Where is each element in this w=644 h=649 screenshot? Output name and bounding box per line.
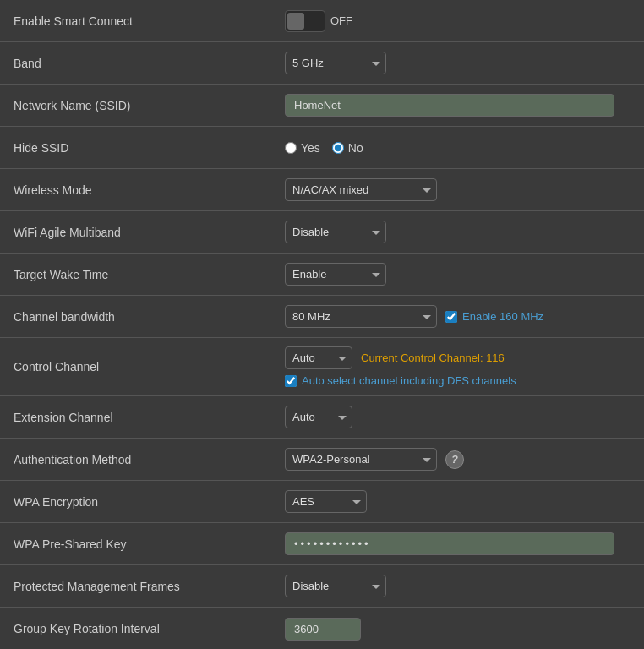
wireless-mode-label: Wireless Mode xyxy=(0,173,273,207)
enable-160-checkbox-label[interactable]: Enable 160 MHz xyxy=(445,310,543,323)
control-channel-inner: Auto 36 40 44 48 52 56 60 64 100 104 108… xyxy=(285,346,505,369)
toggle-track xyxy=(285,10,325,32)
hide-ssid-yes-radio[interactable] xyxy=(285,142,297,154)
channel-bandwidth-label: Channel bandwidth xyxy=(0,300,273,334)
control-channel-control: Auto 36 40 44 48 52 56 60 64 100 104 108… xyxy=(273,338,644,395)
auto-select-dfs-label[interactable]: Auto select channel including DFS channe… xyxy=(285,374,516,387)
hide-ssid-yes-label[interactable]: Yes xyxy=(285,141,320,155)
target-wake-time-row: Target Wake Time Enable Disable xyxy=(0,254,644,296)
target-wake-time-label: Target Wake Time xyxy=(0,258,273,292)
protected-management-frames-label: Protected Management Frames xyxy=(0,570,273,603)
network-name-row: Network Name (SSID) xyxy=(0,85,644,127)
hide-ssid-label: Hide SSID xyxy=(0,131,273,165)
enable-smart-connect-label: Enable Smart Connect xyxy=(0,4,273,38)
auto-select-dfs-text: Auto select channel including DFS channe… xyxy=(302,374,516,387)
wifi-agile-multiband-control: Disable Enable xyxy=(273,212,644,252)
group-key-rotation-interval-row: Group Key Rotation Interval xyxy=(0,608,644,649)
target-wake-time-select[interactable]: Enable Disable xyxy=(285,263,386,286)
authentication-method-control: WPA2-Personal Open WPA-Personal WPA3-Per… xyxy=(273,439,644,479)
wpa-preshared-key-control xyxy=(273,524,644,564)
enable-160-checkbox[interactable] xyxy=(445,311,457,323)
enable-smart-connect-row: Enable Smart Connect OFF xyxy=(0,0,644,42)
wifi-agile-multiband-row: WiFi Agile Multiband Disable Enable xyxy=(0,211,644,254)
group-key-rotation-interval-input[interactable] xyxy=(285,618,361,641)
wifi-agile-multiband-select[interactable]: Disable Enable xyxy=(285,221,386,243)
network-name-control xyxy=(273,85,644,125)
control-channel-label: Control Channel xyxy=(0,350,273,384)
hide-ssid-no-label[interactable]: No xyxy=(332,141,363,155)
authentication-method-label: Authentication Method xyxy=(0,443,273,477)
network-name-label: Network Name (SSID) xyxy=(0,89,273,123)
wpa-preshared-key-row: WPA Pre-Shared Key xyxy=(0,523,644,565)
wireless-mode-control: N/AC/AX mixed Auto N only AC only xyxy=(273,170,644,210)
wpa-encryption-control: AES TKIP TKIP+AES xyxy=(273,482,644,521)
hide-ssid-no-text: No xyxy=(348,141,363,155)
group-key-rotation-interval-control xyxy=(273,609,644,649)
wpa-encryption-select[interactable]: AES TKIP TKIP+AES xyxy=(285,490,367,513)
extension-channel-control: Auto Above Below xyxy=(273,397,644,437)
toggle-knob xyxy=(287,13,304,30)
extension-channel-select[interactable]: Auto Above Below xyxy=(285,406,352,428)
band-label: Band xyxy=(0,46,273,80)
band-row: Band 5 GHz 2.4 GHz 6 GHz xyxy=(0,42,644,85)
wpa-encryption-row: WPA Encryption AES TKIP TKIP+AES xyxy=(0,481,644,523)
hide-ssid-row: Hide SSID Yes No xyxy=(0,127,644,169)
extension-channel-label: Extension Channel xyxy=(0,401,273,434)
hide-ssid-control: Yes No xyxy=(273,133,644,163)
smart-connect-toggle[interactable]: OFF xyxy=(285,10,352,32)
target-wake-time-control: Enable Disable xyxy=(273,254,644,294)
group-key-rotation-interval-label: Group Key Rotation Interval xyxy=(0,612,273,646)
wpa-encryption-label: WPA Encryption xyxy=(0,485,273,519)
protected-management-frames-row: Protected Management Frames Disable Enab… xyxy=(0,565,644,608)
wifi-agile-multiband-label: WiFi Agile Multiband xyxy=(0,215,273,249)
current-channel-info: Current Control Channel: 116 xyxy=(361,352,505,364)
band-select[interactable]: 5 GHz 2.4 GHz 6 GHz xyxy=(285,52,386,74)
enable-160-label-text: Enable 160 MHz xyxy=(462,310,543,323)
enable-smart-connect-control: OFF xyxy=(273,2,644,41)
network-name-input[interactable] xyxy=(285,94,614,117)
channel-bandwidth-row: Channel bandwidth 80 MHz 20 MHz 40 MHz 1… xyxy=(0,296,644,338)
wpa-preshared-key-label: WPA Pre-Shared Key xyxy=(0,527,273,561)
control-channel-row: Control Channel Auto 36 40 44 48 52 56 6… xyxy=(0,338,644,396)
channel-bandwidth-select[interactable]: 80 MHz 20 MHz 40 MHz 160 MHz xyxy=(285,305,437,328)
auto-select-dfs-checkbox[interactable] xyxy=(285,375,297,387)
protected-management-frames-select[interactable]: Disable Enable Capable xyxy=(285,575,386,597)
authentication-method-select[interactable]: WPA2-Personal Open WPA-Personal WPA3-Per… xyxy=(285,448,437,471)
toggle-off-label: OFF xyxy=(330,14,352,27)
hide-ssid-no-radio[interactable] xyxy=(332,142,344,154)
band-control: 5 GHz 2.4 GHz 6 GHz xyxy=(273,43,644,83)
wireless-mode-select[interactable]: N/AC/AX mixed Auto N only AC only xyxy=(285,178,437,201)
control-channel-select[interactable]: Auto 36 40 44 48 52 56 60 64 100 104 108… xyxy=(285,346,352,369)
authentication-method-info-icon[interactable]: ? xyxy=(445,450,464,469)
channel-bandwidth-control: 80 MHz 20 MHz 40 MHz 160 MHz Enable 160 … xyxy=(273,297,644,336)
hide-ssid-yes-text: Yes xyxy=(301,141,320,155)
wireless-mode-row: Wireless Mode N/AC/AX mixed Auto N only … xyxy=(0,169,644,211)
authentication-method-row: Authentication Method WPA2-Personal Open… xyxy=(0,439,644,481)
protected-management-frames-control: Disable Enable Capable xyxy=(273,566,644,606)
wpa-preshared-key-input[interactable] xyxy=(285,532,614,555)
extension-channel-row: Extension Channel Auto Above Below xyxy=(0,396,644,439)
